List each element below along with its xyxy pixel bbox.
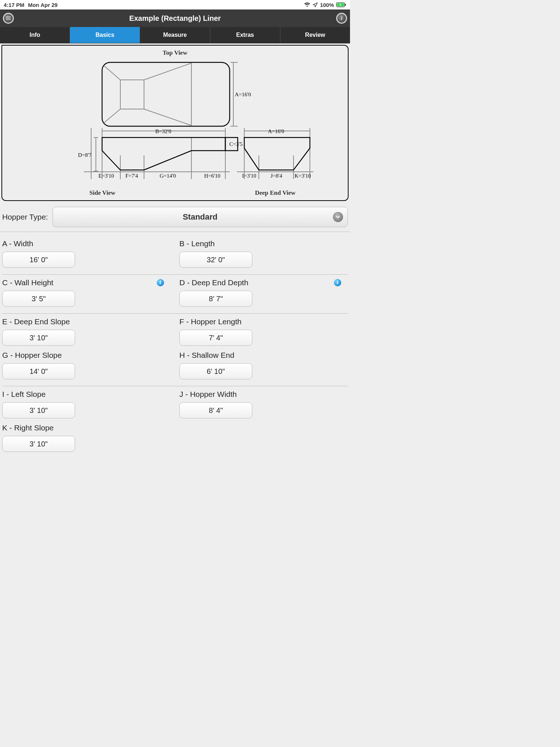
side-view-title: Side View xyxy=(2,189,203,197)
field-c-label: C - Wall Height xyxy=(2,278,53,287)
svg-text:J=8'4: J=8'4 xyxy=(271,173,282,179)
field-h-input[interactable] xyxy=(179,363,252,379)
field-row-cd: C - Wall Height i D - Deep End Depth i xyxy=(2,275,348,314)
location-icon xyxy=(312,2,318,8)
chevron-down-icon xyxy=(333,212,343,222)
tab-bar: Info Basics Measure Extras Review xyxy=(0,27,350,43)
field-f-input[interactable] xyxy=(179,330,252,346)
tab-review[interactable]: Review xyxy=(280,27,350,43)
field-d-input[interactable] xyxy=(179,291,252,307)
svg-text:C=3'5: C=3'5 xyxy=(229,141,242,147)
field-i-label: I - Left Slope xyxy=(2,390,46,399)
field-b-input[interactable] xyxy=(179,252,252,268)
header-bar: Example (Rectangle) Liner i xyxy=(0,9,350,27)
wifi-icon xyxy=(304,3,310,7)
svg-text:F=7'4: F=7'4 xyxy=(125,173,138,179)
tab-basics[interactable]: Basics xyxy=(70,27,140,43)
hopper-type-label: Hopper Type: xyxy=(2,213,48,221)
page-title: Example (Rectangle) Liner xyxy=(14,14,336,23)
svg-line-6 xyxy=(104,109,120,123)
dimension-fields: A - Width B - Length C - Wall Height i D… xyxy=(0,232,350,452)
svg-text:I=3'10: I=3'10 xyxy=(242,173,256,179)
field-j-input[interactable] xyxy=(179,402,252,418)
tab-measure[interactable]: Measure xyxy=(140,27,210,43)
svg-text:A=16'0: A=16'0 xyxy=(268,128,284,134)
svg-rect-2 xyxy=(345,4,346,6)
field-i-input[interactable] xyxy=(2,402,75,418)
svg-line-7 xyxy=(144,63,191,80)
field-j-label: J - Hopper Width xyxy=(179,390,237,399)
svg-text:D=8'7: D=8'7 xyxy=(78,152,92,158)
svg-text:G=14'0: G=14'0 xyxy=(160,173,176,179)
field-d-info-icon[interactable]: i xyxy=(334,279,341,286)
field-g-input[interactable] xyxy=(2,363,75,379)
status-battery-pct: 100% xyxy=(320,2,334,8)
info-button[interactable]: i xyxy=(336,13,347,24)
top-view-title: Top View xyxy=(2,49,348,57)
hopper-type-select[interactable]: Standard xyxy=(52,207,348,227)
svg-text:A=16'0: A=16'0 xyxy=(235,92,251,97)
tab-extras[interactable]: Extras xyxy=(210,27,280,43)
status-date: Mon Apr 29 xyxy=(28,2,58,8)
field-c-info-icon[interactable]: i xyxy=(157,279,164,286)
field-a-input[interactable] xyxy=(2,252,75,268)
field-k-input[interactable] xyxy=(2,436,75,452)
svg-text:K=3'10: K=3'10 xyxy=(295,173,311,179)
svg-text:E=3'10: E=3'10 xyxy=(98,173,114,179)
battery-icon xyxy=(336,2,346,7)
field-f-label: F - Hopper Length xyxy=(179,317,241,326)
pool-diagram: A=16'0 xyxy=(26,59,324,190)
field-b-label: B - Length xyxy=(179,239,215,248)
field-k-label: K - Right Slope xyxy=(2,423,54,432)
svg-line-8 xyxy=(144,109,191,125)
field-g-label: G - Hopper Slope xyxy=(2,351,62,360)
status-time: 4:17 PM xyxy=(4,2,24,8)
field-row-ab: A - Width B - Length xyxy=(2,236,348,275)
status-bar: 4:17 PM Mon Apr 29 100% xyxy=(0,0,350,9)
field-row-ef: E - Deep End Slope F - Hopper Length G -… xyxy=(2,314,348,386)
field-h-label: H - Shallow End xyxy=(179,351,234,360)
svg-rect-4 xyxy=(120,80,144,109)
field-c-input[interactable] xyxy=(2,291,75,307)
deep-end-view-title: Deep End View xyxy=(203,189,348,197)
field-a-label: A - Width xyxy=(2,239,33,248)
svg-text:H=6'10: H=6'10 xyxy=(204,173,221,179)
menu-button[interactable] xyxy=(3,13,14,24)
field-row-ij: I - Left Slope J - Hopper Width K - Righ… xyxy=(2,386,348,452)
svg-line-5 xyxy=(104,66,120,80)
diagram-panel: Top View xyxy=(1,45,349,201)
tab-info[interactable]: Info xyxy=(0,27,70,43)
hopper-type-row: Hopper Type: Standard xyxy=(0,202,350,232)
field-e-input[interactable] xyxy=(2,330,75,346)
field-d-label: D - Deep End Depth xyxy=(179,278,248,287)
field-e-label: E - Deep End Slope xyxy=(2,317,70,326)
svg-text:B=32'0: B=32'0 xyxy=(155,128,171,134)
hopper-type-value: Standard xyxy=(183,212,217,222)
